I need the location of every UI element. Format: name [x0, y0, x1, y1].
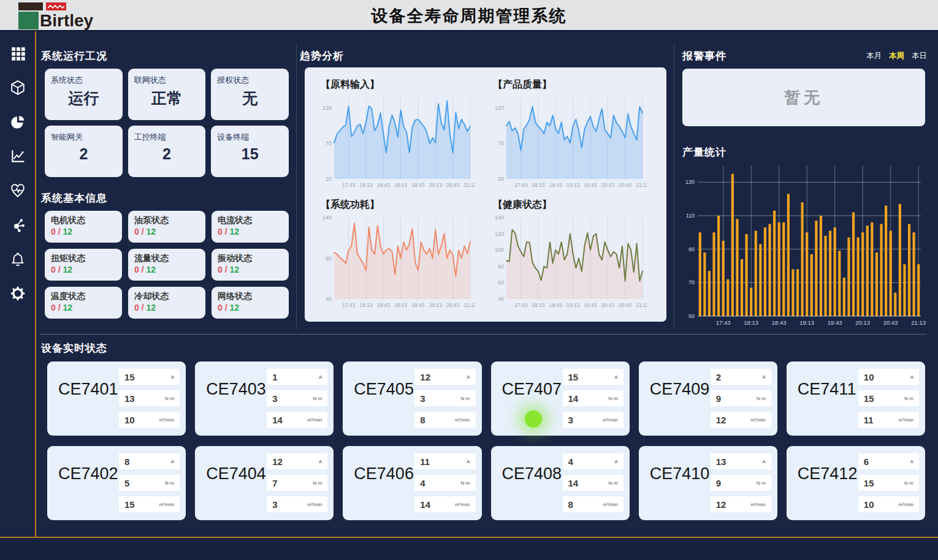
info-card-label: 振动状态	[218, 253, 283, 264]
svg-text:110: 110	[686, 213, 695, 219]
svg-text:20:43: 20:43	[446, 302, 460, 308]
svg-text:21:13: 21:13	[636, 302, 647, 308]
molecule-icon	[10, 217, 26, 233]
trend-chart-svg-power: 140904017:4318:1318:4319:1319:4320:1320:…	[317, 213, 475, 309]
device-card-CE7405[interactable]: CE740512A3N·m8m³/min	[343, 361, 481, 436]
device-metric-row: 4N·m	[414, 475, 475, 491]
info-status-card: 油泵状态0 / 12	[128, 211, 205, 243]
info-status-card: 流量状态0 / 12	[128, 249, 205, 281]
alarm-tab-本周[interactable]: 本周	[889, 51, 904, 61]
svg-text:60: 60	[498, 279, 504, 286]
device-metric-row: 12m³/min	[711, 496, 771, 512]
sidebar-item-molecule[interactable]	[9, 216, 26, 233]
device-metric-unit: N·m	[165, 396, 174, 401]
info-card-status: 0 / 12	[218, 303, 283, 312]
svg-text:18:43: 18:43	[549, 302, 563, 308]
device-metric-value: 9	[716, 393, 721, 404]
svg-text:40: 40	[498, 296, 504, 302]
device-card-CE7407[interactable]: CE740715A14N·m3m³/min	[491, 361, 630, 436]
svg-text:18:13: 18:13	[744, 319, 758, 326]
device-metrics: 12A7N·m3m³/min	[267, 453, 327, 513]
device-metrics: 4A14N·m8m³/min	[563, 453, 623, 513]
svg-text:140: 140	[322, 214, 332, 221]
device-metric-row: 11A	[414, 453, 475, 469]
device-metric-row: 1A	[267, 369, 327, 385]
device-metric-value: 12	[716, 499, 726, 510]
sidebar-item-gear[interactable]	[9, 285, 26, 302]
device-card-CE7408[interactable]: CE74084A14N·m8m³/min	[491, 446, 630, 520]
device-metric-value: 14	[568, 478, 579, 488]
sidebar-gold-divider	[35, 31, 36, 537]
svg-text:19:13: 19:13	[394, 302, 408, 308]
device-card-CE7409[interactable]: CE74092A9N·m12m³/min	[639, 361, 777, 436]
device-card-CE7402[interactable]: CE74028A5N·m15m³/min	[47, 446, 186, 520]
cube-icon	[10, 80, 26, 96]
device-metric-row: 8m³/min	[563, 496, 623, 512]
device-metric-value: 10	[124, 415, 135, 425]
device-metric-unit: m³/min	[899, 417, 913, 423]
device-metric-value: 11	[420, 456, 430, 467]
device-card-CE7403[interactable]: CE74031A3N·m14m³/min	[195, 361, 334, 436]
sidebar-item-cube[interactable]	[9, 79, 26, 96]
device-card-CE7401[interactable]: CE740115A13N·m10m³/min	[47, 361, 186, 436]
run-card-value: 2	[134, 145, 200, 163]
device-status-grid: CE740115A13N·m10m³/minCE74031A3N·m14m³/m…	[47, 361, 925, 520]
trend-chart-svg-health: 14012010080604017:4318:1318:4319:1319:43…	[489, 213, 647, 309]
run-card-value: 运行	[51, 88, 116, 108]
line-chart-icon	[10, 148, 26, 164]
device-metrics: 15A14N·m3m³/min	[563, 369, 623, 428]
device-card-CE7404[interactable]: CE740412A7N·m3m³/min	[195, 446, 334, 520]
device-metric-row: 3N·m	[267, 390, 327, 406]
pie-chart-icon	[10, 114, 26, 130]
device-metric-row: 10m³/min	[858, 496, 919, 512]
device-metric-unit: m³/min	[750, 417, 765, 423]
sidebar-item-apps-grid[interactable]	[9, 45, 26, 62]
info-status-card: 冷却状态0 / 12	[128, 287, 205, 319]
svg-text:21:13: 21:13	[911, 319, 926, 326]
sidebar-item-health-pulse[interactable]	[9, 182, 26, 199]
sidebar-item-bell[interactable]	[9, 251, 26, 268]
info-current-count: 0 /	[218, 303, 229, 312]
alarm-empty-card: 暂无	[682, 69, 925, 126]
device-metric-row: 15N·m	[858, 475, 919, 491]
app-header: Birtley 设备全寿命周期管理系统	[0, 0, 938, 31]
device-metric-value: 15	[124, 372, 135, 382]
sidebar-item-pie-chart[interactable]	[9, 113, 26, 131]
device-metric-row: 10A	[858, 369, 919, 385]
svg-text:19:43: 19:43	[584, 302, 597, 308]
device-name: CE7401	[58, 380, 119, 428]
device-metric-unit: m³/min	[899, 502, 913, 507]
device-card-CE7410[interactable]: CE741013A9N·m12m³/min	[639, 446, 777, 520]
device-metric-unit: N·m	[460, 480, 470, 486]
device-metric-unit: m³/min	[159, 417, 174, 423]
info-card-status: 0 / 12	[134, 303, 199, 312]
alarm-tab-本日[interactable]: 本日	[912, 51, 927, 61]
sidebar-item-line-chart[interactable]	[9, 148, 26, 165]
section-title-devices: 设备实时状态	[41, 341, 107, 355]
svg-text:19:43: 19:43	[828, 319, 842, 326]
device-metric-row: 9N·m	[711, 475, 771, 491]
info-card-status: 0 / 12	[134, 227, 199, 236]
device-metric-unit: N·m	[757, 480, 766, 486]
status-indicator-green	[525, 411, 542, 428]
device-metric-unit: m³/min	[603, 417, 617, 423]
device-metric-unit: A	[762, 374, 765, 380]
device-metric-row: 13N·m	[119, 390, 180, 406]
device-metric-row: 7N·m	[267, 475, 327, 491]
run-status-card: 设备终端15	[211, 126, 289, 177]
device-card-CE7411[interactable]: CE741110A15N·m11m³/min	[787, 361, 925, 436]
info-total-count: 12	[63, 227, 72, 236]
svg-text:17:43: 17:43	[716, 319, 731, 326]
svg-text:120: 120	[495, 230, 504, 236]
section-title-run: 系统运行工况	[41, 49, 107, 63]
device-name: CE7404	[206, 464, 267, 513]
section-title-trend: 趋势分析	[300, 49, 344, 63]
alarm-tab-本月[interactable]: 本月	[866, 51, 882, 61]
column-divider-left	[296, 44, 297, 330]
svg-text:20:13: 20:13	[601, 182, 615, 188]
device-metric-value: 15	[864, 393, 874, 404]
svg-text:70: 70	[688, 279, 695, 286]
device-name: CE7412	[798, 464, 858, 513]
device-card-CE7412[interactable]: CE74126A15N·m10m³/min	[787, 446, 925, 520]
device-card-CE7406[interactable]: CE740611A4N·m14m³/min	[343, 446, 481, 520]
